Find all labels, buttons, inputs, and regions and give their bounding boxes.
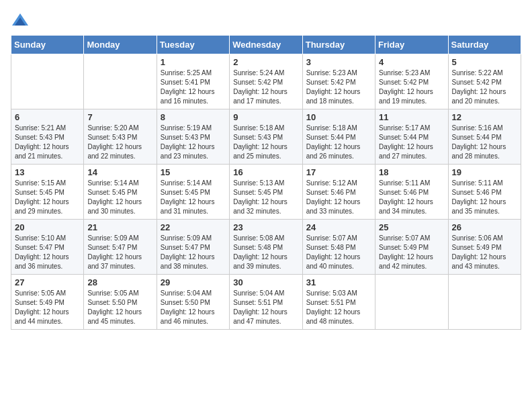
weekday-header: Friday <box>375 36 448 54</box>
calendar-cell: 9 Sunrise: 5:18 AMSunset: 5:43 PMDayligh… <box>230 109 302 165</box>
day-number: 25 <box>379 222 444 232</box>
day-info: Sunrise: 5:07 AMSunset: 5:49 PMDaylight:… <box>379 234 433 270</box>
day-info: Sunrise: 5:05 AMSunset: 5:50 PMDaylight:… <box>87 289 142 325</box>
calendar-cell: 14 Sunrise: 5:14 AMSunset: 5:45 PMDaylig… <box>84 165 157 220</box>
calendar-cell: 16 Sunrise: 5:13 AMSunset: 5:45 PMDaylig… <box>230 165 302 220</box>
weekday-header: Saturday <box>448 36 521 54</box>
day-number: 19 <box>452 167 517 177</box>
calendar-cell: 13 Sunrise: 5:15 AMSunset: 5:45 PMDaylig… <box>11 165 84 220</box>
day-info: Sunrise: 5:14 AMSunset: 5:45 PMDaylight:… <box>87 179 142 215</box>
day-info: Sunrise: 5:03 AMSunset: 5:51 PMDaylight:… <box>306 289 361 325</box>
calendar-cell: 19 Sunrise: 5:11 AMSunset: 5:46 PMDaylig… <box>448 165 521 220</box>
calendar-cell: 21 Sunrise: 5:09 AMSunset: 5:47 PMDaylig… <box>84 220 157 275</box>
day-number: 16 <box>233 167 298 177</box>
day-number: 20 <box>15 222 80 232</box>
calendar-cell: 5 Sunrise: 5:22 AMSunset: 5:42 PMDayligh… <box>448 54 521 109</box>
calendar-cell: 25 Sunrise: 5:07 AMSunset: 5:49 PMDaylig… <box>375 220 448 275</box>
calendar-cell: 20 Sunrise: 5:10 AMSunset: 5:47 PMDaylig… <box>11 220 84 275</box>
weekday-header: Thursday <box>302 36 375 54</box>
weekday-header: Wednesday <box>230 36 302 54</box>
day-number: 23 <box>233 222 298 232</box>
weekday-header: Monday <box>84 36 157 54</box>
day-info: Sunrise: 5:21 AMSunset: 5:43 PMDaylight:… <box>15 124 69 160</box>
day-info: Sunrise: 5:25 AMSunset: 5:41 PMDaylight:… <box>161 69 215 105</box>
day-number: 18 <box>379 167 444 177</box>
day-number: 9 <box>233 112 298 122</box>
day-number: 10 <box>306 112 371 122</box>
day-info: Sunrise: 5:14 AMSunset: 5:45 PMDaylight:… <box>161 179 215 215</box>
day-info: Sunrise: 5:23 AMSunset: 5:42 PMDaylight:… <box>306 69 361 105</box>
day-number: 5 <box>452 57 517 67</box>
day-info: Sunrise: 5:16 AMSunset: 5:44 PMDaylight:… <box>452 124 506 160</box>
day-info: Sunrise: 5:11 AMSunset: 5:46 PMDaylight:… <box>452 179 506 215</box>
calendar-week-row: 6 Sunrise: 5:21 AMSunset: 5:43 PMDayligh… <box>11 109 521 165</box>
day-number: 15 <box>161 167 226 177</box>
day-info: Sunrise: 5:13 AMSunset: 5:45 PMDaylight:… <box>233 179 287 215</box>
day-number: 7 <box>87 112 152 122</box>
calendar-cell: 27 Sunrise: 5:05 AMSunset: 5:49 PMDaylig… <box>11 275 84 330</box>
day-info: Sunrise: 5:19 AMSunset: 5:43 PMDaylight:… <box>161 124 215 160</box>
calendar-cell: 28 Sunrise: 5:05 AMSunset: 5:50 PMDaylig… <box>84 275 157 330</box>
day-info: Sunrise: 5:08 AMSunset: 5:48 PMDaylight:… <box>233 234 287 270</box>
day-number: 12 <box>452 112 517 122</box>
calendar-cell: 22 Sunrise: 5:09 AMSunset: 5:47 PMDaylig… <box>157 220 229 275</box>
logo <box>11 11 32 30</box>
calendar-cell: 10 Sunrise: 5:18 AMSunset: 5:44 PMDaylig… <box>302 109 375 165</box>
calendar-cell: 31 Sunrise: 5:03 AMSunset: 5:51 PMDaylig… <box>302 275 375 330</box>
day-info: Sunrise: 5:23 AMSunset: 5:42 PMDaylight:… <box>379 69 433 105</box>
calendar-cell <box>11 54 84 109</box>
weekday-header: Sunday <box>11 36 84 54</box>
calendar-week-row: 20 Sunrise: 5:10 AMSunset: 5:47 PMDaylig… <box>11 220 521 275</box>
day-info: Sunrise: 5:15 AMSunset: 5:45 PMDaylight:… <box>15 179 69 215</box>
day-number: 6 <box>15 112 80 122</box>
calendar-cell: 3 Sunrise: 5:23 AMSunset: 5:42 PMDayligh… <box>302 54 375 109</box>
weekday-header: Tuesday <box>157 36 229 54</box>
calendar-cell: 4 Sunrise: 5:23 AMSunset: 5:42 PMDayligh… <box>375 54 448 109</box>
day-number: 22 <box>161 222 226 232</box>
logo-icon <box>11 11 30 30</box>
day-info: Sunrise: 5:11 AMSunset: 5:46 PMDaylight:… <box>379 179 433 215</box>
day-number: 4 <box>379 57 444 67</box>
day-number: 13 <box>15 167 80 177</box>
day-number: 26 <box>452 222 517 232</box>
day-number: 17 <box>306 167 371 177</box>
page-header <box>11 11 521 30</box>
calendar-cell: 1 Sunrise: 5:25 AMSunset: 5:41 PMDayligh… <box>157 54 229 109</box>
day-number: 28 <box>87 277 152 287</box>
calendar-cell: 23 Sunrise: 5:08 AMSunset: 5:48 PMDaylig… <box>230 220 302 275</box>
day-number: 3 <box>306 57 371 67</box>
day-info: Sunrise: 5:05 AMSunset: 5:49 PMDaylight:… <box>15 289 69 325</box>
calendar-cell: 12 Sunrise: 5:16 AMSunset: 5:44 PMDaylig… <box>448 109 521 165</box>
calendar-cell: 30 Sunrise: 5:04 AMSunset: 5:51 PMDaylig… <box>230 275 302 330</box>
day-number: 27 <box>15 277 80 287</box>
calendar-cell: 8 Sunrise: 5:19 AMSunset: 5:43 PMDayligh… <box>157 109 229 165</box>
day-number: 31 <box>306 277 371 287</box>
calendar-cell: 11 Sunrise: 5:17 AMSunset: 5:44 PMDaylig… <box>375 109 448 165</box>
calendar-cell: 29 Sunrise: 5:04 AMSunset: 5:50 PMDaylig… <box>157 275 229 330</box>
calendar-week-row: 13 Sunrise: 5:15 AMSunset: 5:45 PMDaylig… <box>11 165 521 220</box>
day-info: Sunrise: 5:06 AMSunset: 5:49 PMDaylight:… <box>452 234 506 270</box>
day-info: Sunrise: 5:12 AMSunset: 5:46 PMDaylight:… <box>306 179 361 215</box>
day-info: Sunrise: 5:20 AMSunset: 5:43 PMDaylight:… <box>87 124 142 160</box>
day-number: 30 <box>233 277 298 287</box>
day-number: 11 <box>379 112 444 122</box>
calendar-cell: 24 Sunrise: 5:07 AMSunset: 5:48 PMDaylig… <box>302 220 375 275</box>
calendar-week-row: 1 Sunrise: 5:25 AMSunset: 5:41 PMDayligh… <box>11 54 521 109</box>
calendar-cell: 2 Sunrise: 5:24 AMSunset: 5:42 PMDayligh… <box>230 54 302 109</box>
calendar-cell: 7 Sunrise: 5:20 AMSunset: 5:43 PMDayligh… <box>84 109 157 165</box>
calendar-cell: 18 Sunrise: 5:11 AMSunset: 5:46 PMDaylig… <box>375 165 448 220</box>
day-info: Sunrise: 5:18 AMSunset: 5:44 PMDaylight:… <box>306 124 361 160</box>
calendar-cell: 6 Sunrise: 5:21 AMSunset: 5:43 PMDayligh… <box>11 109 84 165</box>
day-number: 24 <box>306 222 371 232</box>
day-number: 2 <box>233 57 298 67</box>
calendar-cell <box>375 275 448 330</box>
day-number: 21 <box>87 222 152 232</box>
day-number: 29 <box>161 277 226 287</box>
day-info: Sunrise: 5:22 AMSunset: 5:42 PMDaylight:… <box>452 69 506 105</box>
day-info: Sunrise: 5:24 AMSunset: 5:42 PMDaylight:… <box>233 69 287 105</box>
calendar-cell: 15 Sunrise: 5:14 AMSunset: 5:45 PMDaylig… <box>157 165 229 220</box>
day-number: 14 <box>87 167 152 177</box>
day-info: Sunrise: 5:07 AMSunset: 5:48 PMDaylight:… <box>306 234 361 270</box>
day-info: Sunrise: 5:09 AMSunset: 5:47 PMDaylight:… <box>87 234 142 270</box>
calendar-cell: 26 Sunrise: 5:06 AMSunset: 5:49 PMDaylig… <box>448 220 521 275</box>
